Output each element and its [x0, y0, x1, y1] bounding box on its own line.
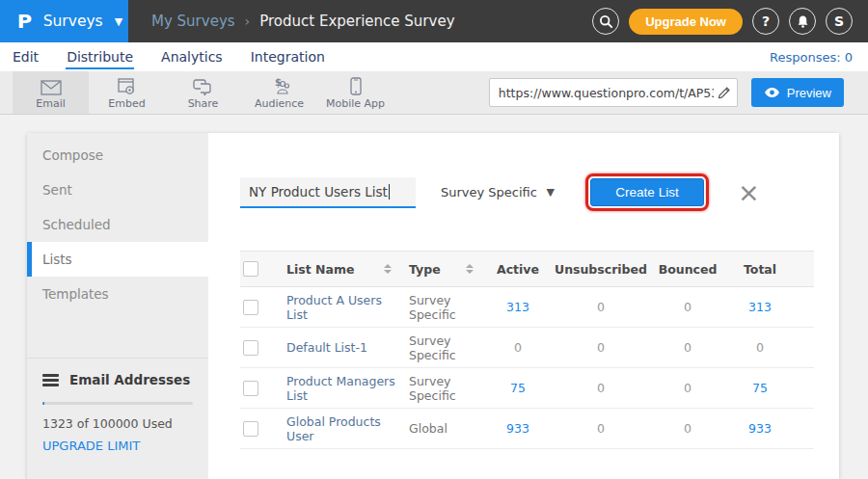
header-actions: Upgrade Now ? S	[592, 8, 868, 35]
list-type-value: Survey Specific	[401, 293, 483, 322]
column-label: Unsubscribed	[555, 262, 647, 277]
sort-icon[interactable]	[384, 264, 392, 274]
breadcrumb-my-surveys[interactable]: My Surveys	[151, 13, 235, 30]
column-header-list-name[interactable]: List Name	[279, 262, 401, 277]
bounced-count-cell: 0	[649, 300, 726, 314]
channel-share[interactable]: Share	[165, 71, 241, 114]
email-addresses-header: Email Addresses	[42, 372, 193, 387]
preview-button[interactable]: Preview	[751, 78, 844, 107]
channel-label: Embed	[108, 97, 145, 110]
channel-embed[interactable]: Embed	[89, 71, 165, 114]
tab-edit[interactable]: Edit	[12, 45, 40, 69]
table-row: Product A Users ListSurvey Specific31300…	[240, 287, 814, 328]
channel-mobile-app[interactable]: Mobile App	[317, 71, 393, 114]
top-header-bar: P Surveys ▼ My Surveys › Product Experie…	[0, 0, 868, 42]
table-row: Product Managers ListSurvey Specific7500…	[240, 368, 814, 409]
column-label: Active	[497, 262, 539, 277]
channel-email[interactable]: Email	[13, 71, 89, 114]
user-avatar[interactable]: S	[826, 8, 853, 35]
row-checkbox[interactable]	[243, 300, 258, 315]
annotation-highlight-ring: Create List	[585, 173, 709, 211]
sidebar-item-templates[interactable]: Templates	[27, 277, 208, 311]
total-count-value[interactable]: 933	[748, 421, 772, 436]
list-type-cell: Survey Specific	[401, 333, 483, 362]
help-button[interactable]: ?	[752, 8, 779, 35]
audience-icon: $	[269, 76, 290, 95]
channel-audience[interactable]: $Audience	[241, 71, 317, 114]
row-checkbox[interactable]	[243, 381, 258, 396]
list-type-value: Survey Specific	[401, 374, 483, 403]
email-distribution-panel: ComposeSentScheduledListsTemplates Email…	[27, 133, 839, 479]
list-type-select[interactable]: Survey Specific ▼	[441, 185, 555, 200]
bounced-count-cell: 0	[649, 340, 726, 355]
bounced-count-value: 0	[684, 381, 692, 395]
list-name-link[interactable]: Default List-1	[279, 340, 367, 355]
active-count-value[interactable]: 933	[506, 421, 529, 436]
questionpro-logo: P	[17, 10, 32, 33]
channel-label: Email	[36, 97, 66, 110]
question-mark-icon: ?	[762, 13, 770, 29]
sidebar-item-lists[interactable]: Lists	[27, 242, 208, 277]
lists-table: List NameTypeActiveUnsubscribedBouncedTo…	[240, 251, 814, 449]
row-checkbox-cell	[240, 421, 279, 437]
channel-label: Audience	[255, 97, 304, 110]
tab-distribute[interactable]: Distribute	[66, 45, 134, 69]
notifications-button[interactable]	[789, 8, 816, 35]
list-name-input[interactable]: NY Product Users List	[240, 177, 416, 208]
unsubscribed-count-cell: 0	[553, 421, 649, 436]
column-label: Bounced	[659, 262, 718, 277]
active-count-value: 0	[514, 340, 522, 355]
tab-integration[interactable]: Integration	[250, 45, 326, 69]
column-header-type[interactable]: Type	[401, 262, 483, 277]
table-body: Product A Users ListSurvey Specific31300…	[240, 287, 814, 449]
list-name-cell: Product A Users List	[279, 293, 401, 322]
close-icon[interactable]: ×	[738, 179, 760, 205]
upgrade-now-button[interactable]: Upgrade Now	[629, 9, 743, 35]
app-window: P Surveys ▼ My Surveys › Product Experie…	[0, 0, 868, 479]
share-icon	[193, 76, 213, 95]
sidebar-item-sent[interactable]: Sent	[27, 173, 208, 207]
table-row: Global Products UserGlobal93300933	[240, 409, 814, 449]
bounced-count-cell: 0	[649, 421, 726, 436]
column-header-unsubscribed: Unsubscribed	[553, 262, 649, 277]
tab-analytics[interactable]: Analytics	[160, 45, 224, 69]
sidebar-items: ComposeSentScheduledListsTemplates	[27, 138, 208, 311]
active-count-cell: 933	[483, 421, 553, 436]
list-type-cell: Global	[401, 421, 483, 436]
create-list-row: NY Product Users List Survey Specific ▼ …	[240, 173, 839, 211]
edit-url-pencil-icon[interactable]	[718, 86, 731, 99]
email-addresses-title: Email Addresses	[69, 372, 190, 387]
column-label: Total	[744, 262, 776, 277]
embed-icon	[118, 76, 136, 95]
bounced-count-value: 0	[684, 300, 692, 314]
row-checkbox[interactable]	[243, 340, 258, 356]
sidebar-item-compose[interactable]: Compose	[27, 138, 208, 173]
total-count-value[interactable]: 75	[752, 381, 768, 395]
create-list-button[interactable]: Create List	[590, 178, 704, 206]
survey-url-text: https://www.questionpro.com/t/AP53kZgfo	[499, 86, 714, 100]
list-name-link[interactable]: Product Managers List	[279, 374, 401, 403]
list-name-link[interactable]: Product A Users List	[279, 293, 401, 322]
sort-icon[interactable]	[466, 264, 474, 274]
upgrade-limit-link[interactable]: UPGRADE LIMIT	[42, 439, 193, 453]
bounced-count-cell: 0	[649, 381, 726, 395]
unsubscribed-count-value: 0	[597, 340, 605, 355]
product-switcher[interactable]: P Surveys ▼	[0, 0, 128, 42]
select-all-checkbox[interactable]	[243, 261, 258, 277]
text-cursor	[389, 184, 390, 200]
bounced-count-value: 0	[684, 421, 692, 436]
toolbar-right: https://www.questionpro.com/t/AP53kZgfo …	[489, 71, 868, 114]
row-checkbox[interactable]	[243, 421, 258, 437]
bell-icon	[796, 14, 810, 29]
responses-count[interactable]: Responses: 0	[770, 50, 853, 65]
search-button[interactable]	[592, 8, 619, 35]
active-count-value[interactable]: 75	[510, 381, 526, 395]
active-count-cell: 75	[483, 381, 553, 395]
chevron-down-icon: ▼	[115, 15, 122, 28]
total-count-value[interactable]: 313	[748, 300, 772, 314]
list-type-value: Survey Specific	[441, 185, 537, 200]
sidebar-item-scheduled[interactable]: Scheduled	[27, 207, 208, 242]
list-name-link[interactable]: Global Products User	[279, 414, 401, 443]
active-count-value[interactable]: 313	[506, 300, 529, 314]
survey-url-field[interactable]: https://www.questionpro.com/t/AP53kZgfo	[489, 78, 738, 107]
